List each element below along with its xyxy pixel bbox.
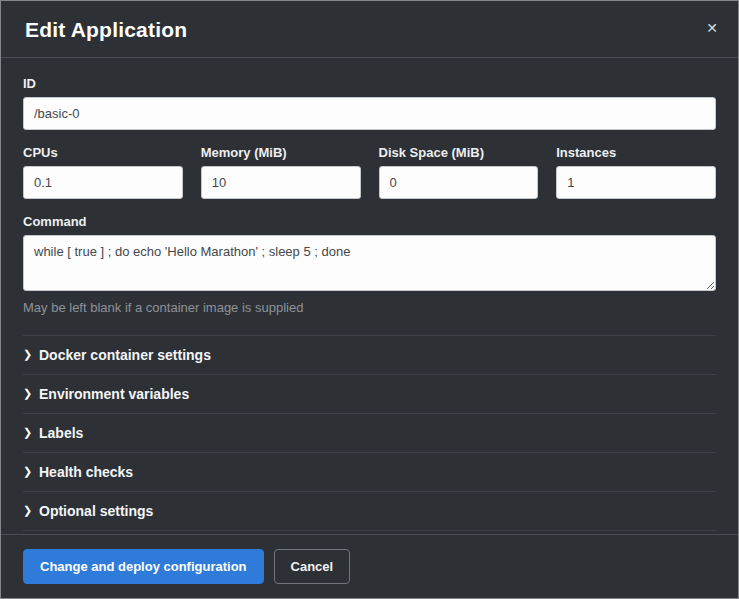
section-label: Environment variables [39,386,189,402]
edit-application-modal: Edit Application ✕ ID CPUs Memory (MiB) … [0,0,739,599]
memory-label: Memory (MiB) [201,145,361,160]
memory-input[interactable] [201,166,361,199]
instances-input[interactable] [556,166,716,199]
collapsible-sections: ❯ Docker container settings ❯ Environmen… [23,335,716,531]
modal-header: Edit Application ✕ [1,1,738,58]
chevron-right-icon: ❯ [23,465,39,478]
cancel-button[interactable]: Cancel [274,549,351,584]
cpus-field-group: CPUs [23,145,183,199]
command-help-text: May be left blank if a container image i… [23,300,716,315]
disk-space-label: Disk Space (MiB) [379,145,539,160]
chevron-right-icon: ❯ [23,426,39,439]
modal-footer: Change and deploy configuration Cancel [1,534,738,598]
disk-space-input[interactable] [379,166,539,199]
section-docker-container-settings[interactable]: ❯ Docker container settings [23,335,716,374]
disk-space-field-group: Disk Space (MiB) [379,145,539,199]
id-input[interactable] [23,97,716,130]
chevron-right-icon: ❯ [23,504,39,517]
chevron-right-icon: ❯ [23,348,39,361]
section-labels[interactable]: ❯ Labels [23,413,716,452]
cpus-label: CPUs [23,145,183,160]
close-icon[interactable]: ✕ [702,17,722,39]
section-health-checks[interactable]: ❯ Health checks [23,452,716,491]
section-environment-variables[interactable]: ❯ Environment variables [23,374,716,413]
id-label: ID [23,76,716,91]
cpus-input[interactable] [23,166,183,199]
memory-field-group: Memory (MiB) [201,145,361,199]
section-label: Docker container settings [39,347,211,363]
change-and-deploy-button[interactable]: Change and deploy configuration [23,549,264,584]
section-label: Health checks [39,464,133,480]
section-optional-settings[interactable]: ❯ Optional settings [23,491,716,531]
instances-field-group: Instances [556,145,716,199]
modal-body: ID CPUs Memory (MiB) Disk Space (MiB) In… [1,58,738,534]
command-field-group: Command while [ true ] ; do echo 'Hello … [23,214,716,315]
command-label: Command [23,214,716,229]
section-label: Optional settings [39,503,153,519]
instances-label: Instances [556,145,716,160]
id-field-group: ID [23,76,716,130]
resources-field-row: CPUs Memory (MiB) Disk Space (MiB) Insta… [23,145,716,199]
section-label: Labels [39,425,83,441]
modal-title: Edit Application [25,18,187,41]
chevron-right-icon: ❯ [23,387,39,400]
command-textarea[interactable]: while [ true ] ; do echo 'Hello Marathon… [23,235,716,291]
